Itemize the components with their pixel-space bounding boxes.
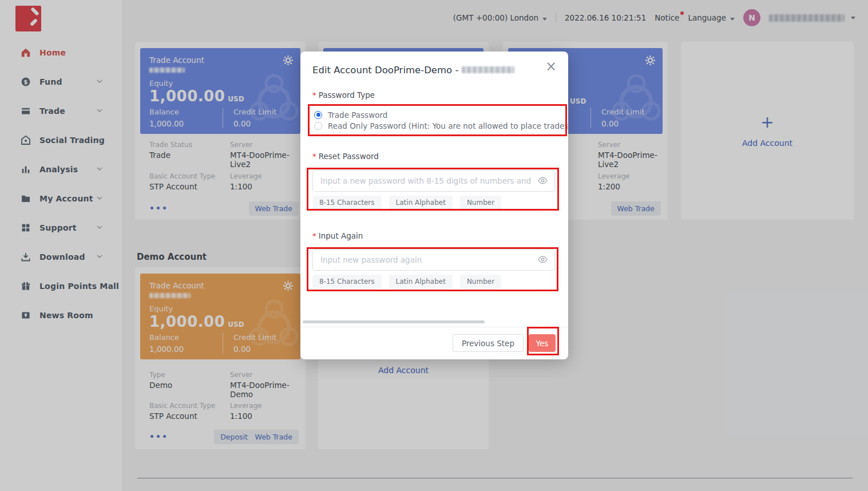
reset-password-label: *Reset Password bbox=[312, 152, 379, 161]
password-type-label: *Password Type bbox=[312, 90, 375, 100]
eye-icon[interactable] bbox=[537, 255, 548, 264]
account-number-redacted bbox=[462, 66, 514, 73]
previous-step-button[interactable]: Previous Step bbox=[453, 334, 524, 352]
reset-password-field bbox=[312, 170, 555, 192]
required-asterisk: * bbox=[312, 90, 316, 100]
horizontal-scrollbar[interactable] bbox=[303, 320, 485, 323]
rule-chip: Latin Alphabet bbox=[389, 275, 453, 288]
password-rules: 8-15 Characters Latin Alphabet Number bbox=[312, 196, 501, 209]
eye-icon[interactable] bbox=[537, 176, 548, 185]
radio-read-only-password[interactable]: Read Only Password (Hint: You are not al… bbox=[314, 120, 568, 131]
radio-label: Trade Password bbox=[328, 110, 387, 120]
input-again-label: *Input Again bbox=[312, 231, 363, 240]
radio-trade-password[interactable]: Trade Password bbox=[314, 109, 568, 120]
rule-chip: Latin Alphabet bbox=[389, 196, 453, 209]
reset-password-input[interactable] bbox=[312, 170, 555, 192]
rule-chip: 8-15 Characters bbox=[312, 196, 382, 209]
required-asterisk: * bbox=[312, 152, 316, 161]
yes-button[interactable]: Yes bbox=[529, 334, 556, 352]
input-again-input[interactable] bbox=[312, 249, 555, 271]
modal-title: Edit Account DooPrime-Demo - bbox=[312, 65, 514, 76]
rule-chip: 8-15 Characters bbox=[312, 275, 382, 288]
close-icon[interactable]: × bbox=[545, 60, 557, 73]
input-again-field bbox=[312, 249, 555, 271]
radio-label: Read Only Password (Hint: You are not al… bbox=[328, 121, 568, 130]
modal-footer: Previous Step Yes bbox=[300, 327, 568, 359]
radio-unselected-icon[interactable] bbox=[314, 122, 322, 130]
password-rules: 8-15 Characters Latin Alphabet Number bbox=[312, 275, 501, 288]
rule-chip: Number bbox=[460, 196, 501, 209]
required-asterisk: * bbox=[312, 231, 316, 240]
edit-account-modal: Edit Account DooPrime-Demo - × *Password… bbox=[300, 52, 568, 359]
rule-chip: Number bbox=[460, 275, 501, 288]
radio-selected-icon[interactable] bbox=[314, 111, 322, 119]
